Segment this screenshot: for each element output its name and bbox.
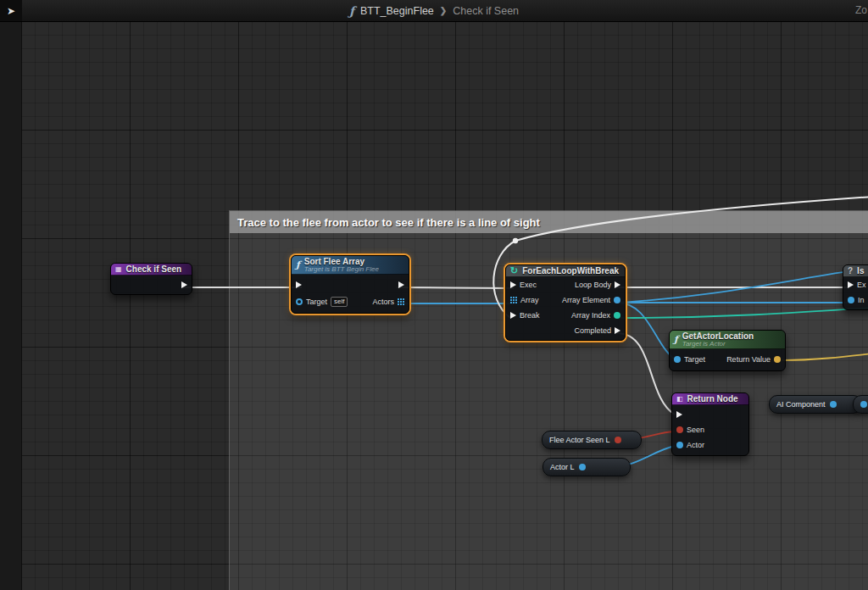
loop-icon: ↻ bbox=[510, 266, 518, 276]
pin-label-actors: Actors bbox=[372, 298, 394, 306]
collapsed-panel-strip[interactable] bbox=[0, 21, 22, 590]
pin-label-exec: Exec bbox=[520, 281, 537, 289]
pill-actor-l[interactable]: Actor L bbox=[542, 458, 631, 476]
node-getactorlocation[interactable]: ƒ GetActorLocation Target is Actor Targe… bbox=[669, 330, 786, 371]
pin-label-in: In bbox=[858, 296, 865, 304]
blueprint-editor: ➤ ƒ BTT_BeginFlee ❯ Check if Seen Zo Tra… bbox=[0, 0, 868, 590]
target-default-value[interactable]: self bbox=[331, 297, 348, 307]
function-icon: ƒ bbox=[296, 260, 300, 270]
topbar: ➤ ƒ BTT_BeginFlee ❯ Check if Seen Zo bbox=[0, 0, 868, 22]
node-title: Return Node bbox=[687, 394, 738, 404]
pill-label: AI Component bbox=[776, 400, 826, 409]
pin-label-break: Break bbox=[520, 311, 540, 320]
target-pin[interactable] bbox=[296, 298, 303, 305]
actors-array-pin[interactable] bbox=[398, 298, 404, 305]
actor-out-pin[interactable] bbox=[579, 464, 586, 470]
question-mark-icon: ? bbox=[848, 267, 853, 276]
breadcrumb: ƒ BTT_BeginFlee ❯ Check if Seen bbox=[349, 0, 519, 21]
expand-panel-button[interactable]: ➤ bbox=[0, 0, 22, 21]
array-in-pin[interactable] bbox=[510, 297, 517, 303]
pin-label-array-element: Array Element bbox=[562, 296, 610, 304]
pin-label-target: Target bbox=[684, 355, 705, 364]
seen-pin[interactable] bbox=[676, 426, 683, 433]
return-value-pin[interactable] bbox=[774, 356, 781, 363]
pin-label-loop-body: Loop Body bbox=[575, 281, 611, 289]
input-object-pin[interactable] bbox=[848, 297, 854, 303]
pin-label-target: Target bbox=[306, 298, 327, 306]
node-check-if-seen[interactable]: ▦ Check if Seen bbox=[110, 263, 192, 295]
completed-exec-out-pin[interactable] bbox=[615, 327, 620, 334]
exec-out-pin[interactable] bbox=[398, 281, 404, 288]
exec-in-pin[interactable] bbox=[510, 281, 516, 288]
actor-pin[interactable] bbox=[676, 442, 683, 448]
pill-label: Actor L bbox=[550, 463, 575, 471]
node-subtitle: Target is Actor bbox=[682, 340, 754, 348]
flee-actor-seen-out-pin[interactable] bbox=[615, 437, 621, 443]
pill-partial-right[interactable] bbox=[853, 395, 868, 414]
node-foreachloopwithbreak[interactable]: ↻ ForEachLoopWithBreak Exec Loop Body Ar… bbox=[505, 264, 626, 341]
pin-label-completed: Completed bbox=[574, 326, 611, 335]
node-return-node[interactable]: ◧ Return Node Seen Actor bbox=[671, 392, 749, 456]
array-index-pin[interactable] bbox=[614, 312, 620, 319]
pin-label-ex: Ex bbox=[857, 281, 866, 289]
loop-body-exec-out-pin[interactable] bbox=[615, 281, 620, 288]
ai-component-out-pin[interactable] bbox=[830, 401, 837, 408]
function-icon: ƒ bbox=[674, 335, 678, 344]
comment-title[interactable]: Trace to the flee from actor to see if t… bbox=[230, 211, 868, 233]
pin-label-array: Array bbox=[520, 296, 539, 304]
node-subtitle: Target is BTT Begin Flee bbox=[304, 265, 379, 273]
pill-flee-actor-seen[interactable]: Flee Actor Seen L bbox=[542, 431, 642, 449]
pill-label: Flee Actor Seen L bbox=[549, 436, 610, 444]
function-icon: ƒ bbox=[349, 4, 354, 18]
chevron-right-icon: ❯ bbox=[440, 6, 447, 15]
exec-in-pin[interactable] bbox=[848, 281, 854, 288]
node-title: ForEachLoopWithBreak bbox=[522, 266, 619, 276]
break-exec-in-pin[interactable] bbox=[510, 312, 516, 319]
exec-out-pin[interactable] bbox=[181, 281, 187, 288]
node-title: Is bbox=[857, 266, 864, 276]
array-element-pin[interactable] bbox=[614, 297, 620, 303]
node-title: Check if Seen bbox=[126, 264, 182, 274]
pin-label-seen: Seen bbox=[687, 426, 704, 434]
partial-pill-pin[interactable] bbox=[860, 401, 867, 408]
breadcrumb-current[interactable]: Check if Seen bbox=[453, 5, 519, 17]
exec-in-pin[interactable] bbox=[296, 281, 302, 288]
node-is-valid-partial[interactable]: ? Is Ex In bbox=[843, 264, 868, 310]
exec-in-pin[interactable] bbox=[676, 411, 682, 418]
pill-ai-component[interactable]: AI Component bbox=[769, 395, 862, 414]
pin-label-return-value: Return Value bbox=[726, 355, 771, 364]
node-sort-flee-array[interactable]: ƒ Sort Flee Array Target is BTT Begin Fl… bbox=[291, 255, 409, 314]
zoom-label: Zo bbox=[855, 4, 867, 16]
expand-arrow-icon: ➤ bbox=[7, 5, 15, 17]
target-pin[interactable] bbox=[674, 356, 681, 363]
pin-label-actor: Actor bbox=[687, 441, 704, 449]
pin-label-array-index: Array Index bbox=[571, 311, 610, 320]
breadcrumb-parent[interactable]: BTT_BeginFlee bbox=[360, 5, 434, 17]
return-icon: ◧ bbox=[676, 396, 683, 403]
event-icon: ▦ bbox=[115, 266, 122, 273]
